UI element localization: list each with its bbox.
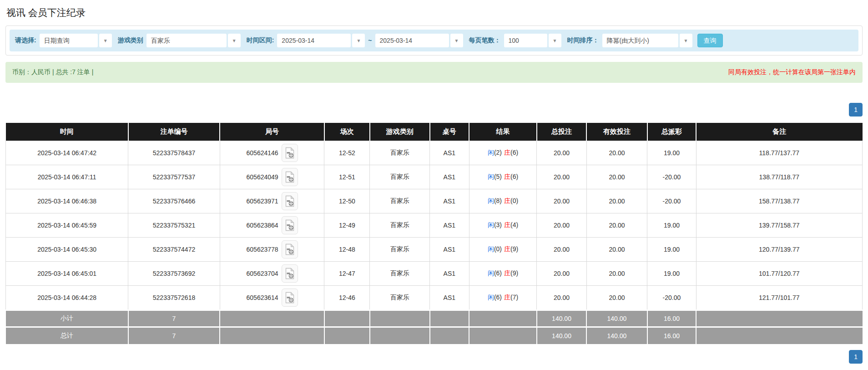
pagination-top: 1	[5, 103, 863, 117]
subtotal-valid-bet: 140.00	[586, 310, 647, 327]
page: 视讯 会员下注纪录 请选择: 日期查询 ▼ 游戏类别 百家乐 ▼ 时间区间: 2…	[0, 0, 868, 366]
subtotal-total-bet: 140.00	[537, 310, 586, 327]
total-count: 7	[128, 327, 220, 344]
table-no-cell: AS1	[430, 238, 469, 262]
total-bet-cell[interactable]: 20.00	[537, 213, 586, 238]
payout-cell: 19.00	[647, 141, 696, 165]
payout-cell: -20.00	[647, 165, 696, 189]
chevron-down-icon[interactable]: ▼	[99, 34, 112, 47]
result-cell: 闲(3)庄(4)	[469, 213, 537, 238]
session-cell: 12-49	[324, 213, 370, 238]
round-id: 605623614	[247, 294, 278, 301]
player-count: (3)	[494, 221, 502, 228]
video-replay-button[interactable]	[282, 168, 298, 186]
page-title: 视讯 会员下注纪录	[6, 6, 863, 19]
date-from-select[interactable]: 2025-03-14 ▼	[277, 34, 365, 47]
video-file-icon	[285, 171, 295, 183]
bet-id-cell: 522337573692	[128, 262, 220, 286]
result-cell: 闲(0)庄(9)	[469, 238, 537, 262]
round-id: 605624049	[247, 173, 278, 181]
video-replay-button[interactable]	[282, 289, 298, 307]
round-id: 605623778	[247, 246, 278, 253]
round-cell: 605623864	[220, 213, 324, 238]
session-cell: 12-52	[324, 141, 370, 165]
header-bet-id: 注单编号	[128, 123, 220, 141]
bet-id-cell: 522337574472	[128, 238, 220, 262]
total-bet-cell[interactable]: 20.00	[537, 262, 586, 286]
total-bet-cell[interactable]: 20.00	[537, 238, 586, 262]
video-replay-button[interactable]	[282, 240, 298, 258]
time-sort-value: 降冪(由大到小)	[602, 34, 678, 47]
subtotal-count: 7	[128, 310, 220, 327]
video-replay-button[interactable]	[282, 216, 298, 234]
bet-id-cell: 522337575321	[128, 213, 220, 238]
result-cell: 闲(6)庄(7)	[469, 286, 537, 310]
remark-cell: 138.77/118.77	[696, 165, 862, 189]
chevron-down-icon[interactable]: ▼	[450, 34, 463, 47]
time-cell: 2025-03-14 06:46:38	[6, 189, 128, 213]
date-range-separator: ~	[368, 37, 372, 44]
total-total-bet: 140.00	[537, 327, 586, 344]
session-cell: 12-48	[324, 238, 370, 262]
query-type-value: 日期查询	[40, 34, 98, 47]
date-to-select[interactable]: 2025-03-14 ▼	[375, 34, 463, 47]
subtotal-row: 小计 7 140.00 140.00 16.00	[6, 310, 863, 327]
header-table-no: 桌号	[430, 123, 469, 141]
remark-cell: 139.77/158.77	[696, 213, 862, 238]
video-replay-button[interactable]	[282, 264, 298, 283]
chevron-down-icon[interactable]: ▼	[549, 34, 561, 47]
session-cell: 12-51	[324, 165, 370, 189]
time-sort-select[interactable]: 降冪(由大到小) ▼	[602, 34, 692, 47]
table-no-cell: AS1	[430, 141, 469, 165]
bet-records-table: 时间 注单编号 局号 场次 游戏类别 桌号 结果 总投注 有效投注 总派彩 备注…	[5, 123, 863, 344]
query-type-label: 请选择:	[15, 36, 36, 45]
remark-cell: 120.77/139.77	[696, 238, 862, 262]
time-cell: 2025-03-14 06:47:42	[6, 141, 128, 165]
video-replay-button[interactable]	[282, 144, 298, 162]
banker-count: (6)	[510, 173, 518, 180]
result-cell: 闲(5)庄(6)	[469, 165, 537, 189]
game-type-select[interactable]: 百家乐 ▼	[146, 34, 241, 47]
total-label: 总计	[6, 327, 128, 344]
date-to-value: 2025-03-14	[375, 34, 449, 47]
query-type-select[interactable]: 日期查询 ▼	[40, 34, 112, 47]
page-size-select[interactable]: 100 ▼	[504, 34, 561, 47]
video-replay-button[interactable]	[282, 192, 298, 210]
player-label: 闲	[488, 269, 494, 277]
game-type-cell: 百家乐	[370, 262, 430, 286]
chevron-down-icon[interactable]: ▼	[680, 34, 692, 47]
total-bet-cell[interactable]: 20.00	[537, 189, 586, 213]
summary-currency-count: 币别：人民币 | 总共 :7 注单 |	[12, 68, 93, 76]
total-bet-cell[interactable]: 20.00	[537, 141, 586, 165]
payout-cell: -20.00	[647, 189, 696, 213]
total-bet-cell[interactable]: 20.00	[537, 286, 586, 310]
table-no-cell: AS1	[430, 213, 469, 238]
round-cell: 605624049	[220, 165, 324, 189]
table-no-cell: AS1	[430, 286, 469, 310]
player-count: (5)	[494, 173, 502, 180]
total-row: 总计 7 140.00 140.00 16.00	[6, 327, 863, 344]
header-payout: 总派彩	[647, 123, 696, 141]
valid-bet-cell: 20.00	[586, 238, 647, 262]
table-no-cell: AS1	[430, 165, 469, 189]
table-row: 2025-03-14 06:46:38 522337576466 6056239…	[6, 189, 863, 213]
page-1-button[interactable]: 1	[849, 103, 863, 117]
date-from-value: 2025-03-14	[277, 34, 351, 47]
banker-label: 庄	[504, 294, 510, 301]
banker-label: 庄	[504, 173, 510, 180]
date-range-label: 时间区间:	[247, 36, 274, 45]
total-bet-cell[interactable]: 20.00	[537, 165, 586, 189]
chevron-down-icon[interactable]: ▼	[352, 34, 365, 47]
page-1-button[interactable]: 1	[849, 350, 863, 364]
video-file-icon	[285, 292, 295, 304]
result-cell: 闲(2)庄(6)	[469, 141, 537, 165]
game-type-cell: 百家乐	[370, 286, 430, 310]
video-file-icon	[285, 195, 295, 207]
time-cell: 2025-03-14 06:45:30	[6, 238, 128, 262]
table-row: 2025-03-14 06:44:28 522337572618 6056236…	[6, 286, 863, 310]
search-button[interactable]: 查询	[697, 34, 723, 47]
valid-bet-cell: 20.00	[586, 189, 647, 213]
chevron-down-icon[interactable]: ▼	[228, 34, 241, 47]
round-cell: 605623778	[220, 238, 324, 262]
valid-bet-cell: 20.00	[586, 165, 647, 189]
